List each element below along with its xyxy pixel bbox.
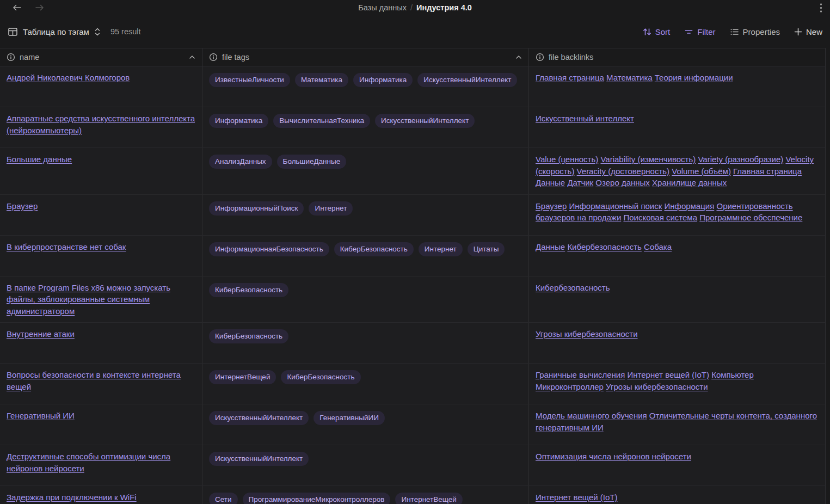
backlink[interactable]: Value (ценность) <box>536 155 598 164</box>
tag-pill[interactable]: КиберБезопасность <box>281 370 360 384</box>
tag-pill[interactable]: Информатика <box>353 73 413 87</box>
backlink[interactable]: Хранилище данных <box>652 178 727 187</box>
breadcrumb-parent[interactable]: Базы данных <box>358 3 407 12</box>
backlink[interactable]: Программное обеспечение <box>699 213 802 222</box>
backlink[interactable]: Микроконтроллер <box>536 382 604 391</box>
new-label: New <box>806 27 822 36</box>
note-link[interactable]: Аппаратные средства искусственного интел… <box>7 114 195 135</box>
note-link[interactable]: В папке Program Files x86 можно запускат… <box>7 283 170 316</box>
backlink[interactable]: Озеро данных <box>595 178 650 187</box>
backlink[interactable]: Угрозы кибербезопасности <box>606 382 708 391</box>
tag-pill[interactable]: ИскусственныйИнтеллект <box>375 114 475 128</box>
backlink[interactable]: Математика <box>606 73 653 82</box>
backlink[interactable]: Главная страница <box>733 167 802 176</box>
tag-pill[interactable]: БольшиеДанные <box>277 155 347 169</box>
note-link[interactable]: Большие данные <box>7 155 72 164</box>
tag-pill[interactable]: Цитаты <box>468 242 505 256</box>
backlink[interactable]: Veracity (достоверность) <box>577 167 669 176</box>
note-link[interactable]: В киберпространстве нет собак <box>7 242 126 251</box>
column-header-file-tags[interactable]: file tags <box>202 48 529 66</box>
note-link[interactable]: Задержка при подключении к WiFi <box>7 493 137 502</box>
more-options-icon[interactable] <box>819 2 823 14</box>
view-name: Таблица по тэгам <box>23 27 89 36</box>
name-cell: Вопросы безопасности в контексте интерне… <box>0 364 202 404</box>
tag-pill[interactable]: КиберБезопасность <box>334 242 414 256</box>
breadcrumb-current[interactable]: Индустрия 4.0 <box>416 3 472 12</box>
table-row: Андрей Николаевич Колмогоров ИзвестныеЛи… <box>0 66 825 107</box>
tag-pill[interactable]: ИскусственныйИнтеллект <box>209 411 309 425</box>
tag-pill[interactable]: ПрограммированиеМикроконтроллеров <box>243 493 391 504</box>
backlink[interactable]: Интернет вещей (IoT) <box>536 493 617 502</box>
note-link[interactable]: Деструктивные способы оптимизции числа н… <box>7 452 170 473</box>
backlink[interactable]: Компьютер <box>711 370 754 379</box>
note-link[interactable]: Андрей Николаевич Колмогоров <box>7 73 130 82</box>
new-button[interactable]: New <box>794 27 822 36</box>
name-cell: Внутренние атаки <box>0 323 202 363</box>
backlink[interactable]: Данные <box>536 178 565 187</box>
filter-button[interactable]: Filter <box>684 27 715 36</box>
note-link[interactable]: Браузер <box>7 201 38 211</box>
tag-pill[interactable]: Интернет <box>309 201 353 216</box>
column-label: name <box>20 53 39 62</box>
tag-pill[interactable]: КиберБезопасность <box>209 283 288 297</box>
backlink[interactable]: Угрозы кибербезопасности <box>536 329 638 339</box>
backlink[interactable]: Volume (объём) <box>672 167 731 176</box>
backlink[interactable]: Модель машинного обучения <box>536 411 647 420</box>
note-link[interactable]: Вопросы безопасности в контексте интерне… <box>7 370 181 391</box>
view-switcher[interactable]: Таблица по тэгам <box>8 27 101 37</box>
backlink[interactable]: Главная страница <box>536 73 604 82</box>
backlink[interactable]: Датчик <box>567 178 593 187</box>
tag-pill[interactable]: Сети <box>209 493 238 504</box>
tag-pill[interactable]: Информатика <box>209 114 268 128</box>
tag-pill[interactable]: Интернет <box>419 242 463 256</box>
backlink[interactable]: Кибербезопасность <box>536 283 610 292</box>
name-cell: Андрей Николаевич Колмогоров <box>0 66 202 107</box>
backlink[interactable]: Граничные вычисления <box>536 370 625 379</box>
tag-pill[interactable]: ИскусственныйИнтеллект <box>417 73 517 87</box>
backlink[interactable]: Теория информации <box>655 73 733 82</box>
tag-pill[interactable]: Математика <box>295 73 348 87</box>
backlink[interactable]: Variety (разнообразие) <box>698 155 783 164</box>
properties-button[interactable]: Properties <box>730 27 780 36</box>
tags-cell: ИскусственныйИнтеллектГенеративныйИИ <box>202 404 529 445</box>
backlink[interactable]: Информационный поиск <box>569 201 662 211</box>
tag-pill[interactable]: АнализДанных <box>209 155 272 169</box>
backlink[interactable]: Интернет вещей (IoT) <box>628 370 709 379</box>
backlink[interactable]: Кибербезопасность <box>567 242 642 251</box>
tag-pill[interactable]: ИскусственныйИнтеллект <box>209 452 309 466</box>
tag-pill[interactable]: ИзвестныеЛичности <box>209 73 290 87</box>
backlink[interactable]: Собака <box>644 242 672 251</box>
backlink[interactable]: Оптимизация числа нейронов нейросети <box>536 452 691 461</box>
tag-pill[interactable]: ИнформационнаяБезопасность <box>209 242 329 256</box>
properties-label: Properties <box>743 27 780 36</box>
info-icon <box>209 53 218 62</box>
sort-button[interactable]: Sort <box>643 27 671 36</box>
column-header-name[interactable]: name <box>0 48 202 66</box>
backlink[interactable]: Браузер <box>536 201 567 211</box>
filter-label: Filter <box>697 27 715 36</box>
back-arrow-icon[interactable] <box>12 3 22 12</box>
tag-pill[interactable]: ИнтернетВещей <box>395 493 462 504</box>
backlink[interactable]: Данные <box>536 242 565 251</box>
backlink[interactable]: Информация <box>664 201 714 211</box>
tag-pill[interactable]: ИнтернетВещей <box>209 370 276 384</box>
column-header-file-backlinks[interactable]: file backlinks <box>529 48 825 66</box>
tag-pill[interactable]: ГенеративныйИИ <box>313 411 385 425</box>
tag-pill[interactable]: ИнформационныйПоиск <box>209 201 304 216</box>
sort-label: Sort <box>655 27 671 36</box>
tag-pill[interactable]: ВычислительнаяТехника <box>273 114 370 128</box>
forward-arrow-icon[interactable] <box>35 3 45 12</box>
backlink[interactable]: Поисковая система <box>623 213 697 222</box>
tags-wrap: КиберБезопасность <box>209 328 522 343</box>
tag-pill[interactable]: КиберБезопасность <box>209 329 288 343</box>
note-link[interactable]: Генеративный ИИ <box>7 411 75 420</box>
backlink[interactable]: Variability (изменчивость) <box>600 155 696 164</box>
table-row: Аппаратные средства искусственного интел… <box>0 107 825 148</box>
backlink[interactable]: Искусственный интеллект <box>536 114 634 123</box>
table-row: Деструктивные способы оптимизции числа н… <box>0 445 825 486</box>
backlinks-cell: Кибербезопасность <box>529 276 825 323</box>
name-cell: Генеративный ИИ <box>0 404 202 445</box>
tags-cell: КиберБезопасность <box>202 276 529 323</box>
note-link[interactable]: Внутренние атаки <box>7 329 75 339</box>
tags-cell: ИнформатикаВычислительнаяТехникаИскусств… <box>202 107 529 147</box>
